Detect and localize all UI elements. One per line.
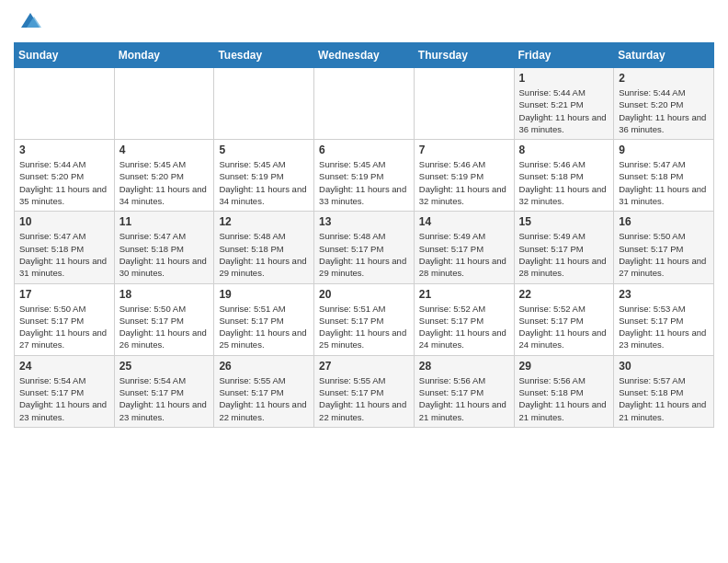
day-number: 30	[619, 360, 709, 373]
calendar-cell: 23Sunrise: 5:53 AMSunset: 5:17 PMDayligh…	[614, 283, 714, 355]
calendar-cell: 30Sunrise: 5:57 AMSunset: 5:18 PMDayligh…	[614, 355, 714, 427]
calendar-cell: 15Sunrise: 5:49 AMSunset: 5:17 PMDayligh…	[514, 212, 614, 283]
day-number: 26	[219, 360, 309, 373]
day-number: 8	[519, 144, 609, 156]
day-info: Sunrise: 5:49 AMSunset: 5:17 PMDaylight:…	[419, 230, 509, 279]
calendar-cell	[414, 68, 514, 140]
day-number: 16	[619, 215, 709, 228]
day-info: Sunrise: 5:48 AMSunset: 5:17 PMDaylight:…	[319, 230, 409, 279]
day-info: Sunrise: 5:56 AMSunset: 5:18 PMDaylight:…	[519, 374, 609, 423]
calendar-week-row: 10Sunrise: 5:47 AMSunset: 5:18 PMDayligh…	[15, 212, 714, 283]
day-info: Sunrise: 5:55 AMSunset: 5:17 PMDaylight:…	[219, 374, 309, 423]
weekday-header: Wednesday	[314, 43, 415, 68]
calendar-cell: 2Sunrise: 5:44 AMSunset: 5:20 PMDaylight…	[614, 68, 714, 140]
day-number: 22	[519, 288, 609, 301]
day-info: Sunrise: 5:44 AMSunset: 5:20 PMDaylight:…	[19, 158, 109, 207]
day-info: Sunrise: 5:45 AMSunset: 5:20 PMDaylight:…	[119, 158, 210, 207]
day-info: Sunrise: 5:54 AMSunset: 5:17 PMDaylight:…	[19, 374, 109, 423]
calendar-week-row: 17Sunrise: 5:50 AMSunset: 5:17 PMDayligh…	[15, 283, 714, 355]
calendar-cell	[314, 68, 415, 140]
day-number: 5	[219, 144, 309, 156]
calendar-cell	[15, 68, 115, 140]
day-info: Sunrise: 5:51 AMSunset: 5:17 PMDaylight:…	[219, 303, 309, 351]
calendar-cell: 4Sunrise: 5:45 AMSunset: 5:20 PMDaylight…	[114, 140, 214, 212]
calendar-table: SundayMondayTuesdayWednesdayThursdayFrid…	[14, 42, 714, 428]
calendar-cell	[214, 68, 314, 140]
day-number: 6	[319, 144, 409, 156]
day-info: Sunrise: 5:47 AMSunset: 5:18 PMDaylight:…	[119, 230, 210, 279]
calendar-cell: 6Sunrise: 5:45 AMSunset: 5:19 PMDaylight…	[314, 140, 415, 212]
day-info: Sunrise: 5:50 AMSunset: 5:17 PMDaylight:…	[19, 303, 109, 351]
day-info: Sunrise: 5:52 AMSunset: 5:17 PMDaylight:…	[419, 303, 509, 351]
day-number: 1	[519, 72, 609, 85]
weekday-header: Thursday	[414, 43, 514, 68]
day-info: Sunrise: 5:51 AMSunset: 5:17 PMDaylight:…	[319, 303, 409, 351]
day-number: 21	[419, 288, 509, 301]
calendar-cell: 28Sunrise: 5:56 AMSunset: 5:17 PMDayligh…	[414, 355, 514, 427]
day-number: 9	[619, 144, 709, 156]
day-info: Sunrise: 5:49 AMSunset: 5:17 PMDaylight:…	[519, 230, 609, 279]
weekday-header: Tuesday	[214, 43, 314, 68]
day-info: Sunrise: 5:48 AMSunset: 5:18 PMDaylight:…	[219, 230, 309, 279]
calendar-cell: 24Sunrise: 5:54 AMSunset: 5:17 PMDayligh…	[15, 355, 115, 427]
calendar-cell: 16Sunrise: 5:50 AMSunset: 5:17 PMDayligh…	[614, 212, 714, 283]
day-info: Sunrise: 5:54 AMSunset: 5:17 PMDaylight:…	[119, 374, 210, 423]
day-number: 12	[219, 215, 309, 228]
calendar-cell: 22Sunrise: 5:52 AMSunset: 5:17 PMDayligh…	[514, 283, 614, 355]
calendar-cell: 14Sunrise: 5:49 AMSunset: 5:17 PMDayligh…	[414, 212, 514, 283]
calendar-cell: 8Sunrise: 5:46 AMSunset: 5:18 PMDaylight…	[514, 140, 614, 212]
day-number: 3	[19, 144, 109, 156]
calendar-cell: 21Sunrise: 5:52 AMSunset: 5:17 PMDayligh…	[414, 283, 514, 355]
calendar-cell: 12Sunrise: 5:48 AMSunset: 5:18 PMDayligh…	[214, 212, 314, 283]
day-number: 13	[319, 215, 409, 228]
day-number: 7	[419, 144, 509, 156]
day-number: 4	[119, 144, 210, 156]
day-info: Sunrise: 5:46 AMSunset: 5:18 PMDaylight:…	[519, 158, 609, 207]
calendar-cell: 10Sunrise: 5:47 AMSunset: 5:18 PMDayligh…	[15, 212, 115, 283]
day-info: Sunrise: 5:44 AMSunset: 5:21 PMDaylight:…	[519, 86, 609, 135]
day-info: Sunrise: 5:44 AMSunset: 5:20 PMDaylight:…	[619, 86, 709, 135]
day-info: Sunrise: 5:52 AMSunset: 5:17 PMDaylight:…	[519, 303, 609, 351]
day-number: 18	[119, 288, 210, 301]
day-number: 28	[419, 360, 509, 373]
calendar-cell: 18Sunrise: 5:50 AMSunset: 5:17 PMDayligh…	[114, 283, 214, 355]
weekday-header: Friday	[514, 43, 614, 68]
day-info: Sunrise: 5:47 AMSunset: 5:18 PMDaylight:…	[19, 230, 109, 279]
day-number: 15	[519, 215, 609, 228]
header	[14, 9, 714, 35]
calendar-cell: 17Sunrise: 5:50 AMSunset: 5:17 PMDayligh…	[15, 283, 115, 355]
day-number: 11	[119, 215, 210, 228]
day-info: Sunrise: 5:45 AMSunset: 5:19 PMDaylight:…	[219, 158, 309, 207]
calendar-cell: 20Sunrise: 5:51 AMSunset: 5:17 PMDayligh…	[314, 283, 415, 355]
page: SundayMondayTuesdayWednesdayThursdayFrid…	[0, 0, 728, 442]
day-info: Sunrise: 5:46 AMSunset: 5:19 PMDaylight:…	[419, 158, 509, 207]
logo	[14, 14, 43, 35]
calendar-cell: 27Sunrise: 5:55 AMSunset: 5:17 PMDayligh…	[314, 355, 415, 427]
day-number: 20	[319, 288, 409, 301]
calendar-cell	[114, 68, 214, 140]
weekday-header: Saturday	[614, 43, 714, 68]
day-info: Sunrise: 5:47 AMSunset: 5:18 PMDaylight:…	[619, 158, 709, 207]
day-number: 2	[619, 72, 709, 85]
calendar-cell: 5Sunrise: 5:45 AMSunset: 5:19 PMDaylight…	[214, 140, 314, 212]
day-number: 27	[319, 360, 409, 373]
calendar-cell: 11Sunrise: 5:47 AMSunset: 5:18 PMDayligh…	[114, 212, 214, 283]
day-info: Sunrise: 5:53 AMSunset: 5:17 PMDaylight:…	[619, 303, 709, 351]
calendar-cell: 9Sunrise: 5:47 AMSunset: 5:18 PMDaylight…	[614, 140, 714, 212]
calendar-cell: 1Sunrise: 5:44 AMSunset: 5:21 PMDaylight…	[514, 68, 614, 140]
weekday-header: Sunday	[15, 43, 115, 68]
day-number: 19	[219, 288, 309, 301]
day-number: 25	[119, 360, 210, 373]
day-info: Sunrise: 5:56 AMSunset: 5:17 PMDaylight:…	[419, 374, 509, 423]
weekday-header: Monday	[114, 43, 214, 68]
day-number: 29	[519, 360, 609, 373]
day-info: Sunrise: 5:57 AMSunset: 5:18 PMDaylight:…	[619, 374, 709, 423]
day-info: Sunrise: 5:45 AMSunset: 5:19 PMDaylight:…	[319, 158, 409, 207]
calendar-week-row: 1Sunrise: 5:44 AMSunset: 5:21 PMDaylight…	[15, 68, 714, 140]
day-number: 14	[419, 215, 509, 228]
calendar-cell: 7Sunrise: 5:46 AMSunset: 5:19 PMDaylight…	[414, 140, 514, 212]
day-number: 23	[619, 288, 709, 301]
day-number: 24	[19, 360, 109, 373]
day-info: Sunrise: 5:50 AMSunset: 5:17 PMDaylight:…	[119, 303, 210, 351]
calendar-cell: 29Sunrise: 5:56 AMSunset: 5:18 PMDayligh…	[514, 355, 614, 427]
